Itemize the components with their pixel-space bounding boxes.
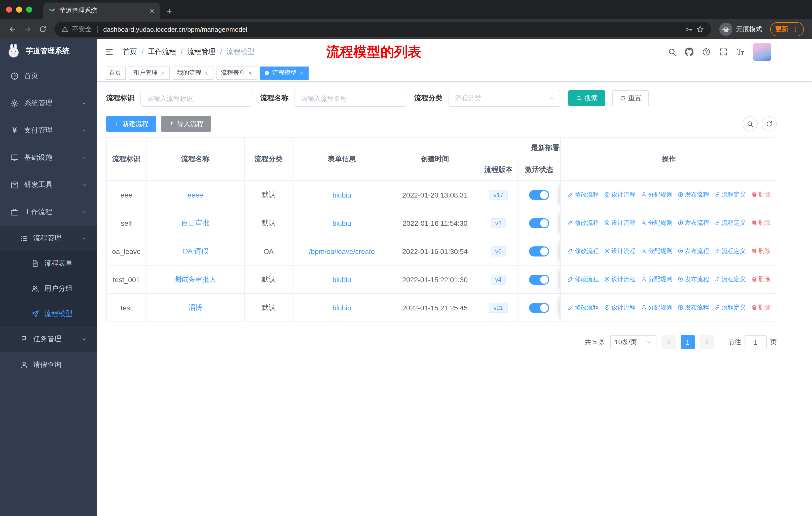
process-key-input[interactable]	[141, 90, 252, 107]
op-design-link[interactable]: 设计流程	[604, 247, 636, 255]
form-info-link[interactable]: biubiu	[332, 275, 351, 283]
window-minimize-button[interactable]	[16, 6, 22, 12]
github-icon[interactable]	[685, 47, 694, 56]
sidebar-item-user-group[interactable]: 用户分组	[0, 276, 97, 301]
tag-close-icon[interactable]	[299, 70, 304, 75]
breadcrumb-workflow[interactable]: 工作流程	[148, 47, 176, 56]
op-edit-link[interactable]: 修改流程	[567, 303, 599, 312]
reset-button[interactable]: 重置	[612, 90, 649, 106]
process-name-link[interactable]: 测试多审批人	[174, 275, 216, 283]
window-zoom-button[interactable]	[26, 6, 32, 12]
bookmark-star-icon[interactable]	[696, 25, 704, 33]
new-tab-button[interactable]	[166, 8, 173, 15]
refresh-table-button[interactable]	[762, 116, 777, 132]
op-publish-link[interactable]: 发布流程	[677, 247, 709, 255]
page-number-button[interactable]: 1	[680, 335, 695, 349]
process-name-link[interactable]: 滔博	[188, 303, 202, 311]
sidebar-item-payment[interactable]: ¥ 支付管理	[0, 117, 97, 144]
sidebar-item-workflow[interactable]: 工作流程	[0, 198, 97, 226]
form-info-link[interactable]: /bpm/oa/leave/create	[309, 247, 375, 255]
op-delete-link[interactable]: 删除	[751, 190, 771, 199]
prev-page-button[interactable]	[662, 335, 675, 349]
process-name-link[interactable]: eeee	[187, 191, 203, 199]
version-tag[interactable]: v17	[489, 190, 508, 200]
category-select[interactable]: 流程分类	[448, 90, 560, 107]
op-delete-link[interactable]: 删除	[751, 303, 771, 312]
window-close-button[interactable]	[6, 6, 12, 12]
sidebar-item-process-model[interactable]: 流程模型	[0, 301, 97, 327]
next-page-button[interactable]	[700, 335, 714, 349]
tag-tenant[interactable]: 租户管理	[129, 66, 170, 79]
sidebar-item-process-mgmt[interactable]: 流程管理	[0, 226, 97, 251]
sidebar-logo[interactable]: 芋道管理系统	[0, 39, 97, 62]
op-assign-link[interactable]: 分配规则	[641, 303, 672, 312]
tab-close-icon[interactable]	[149, 8, 155, 14]
forward-button[interactable]	[20, 22, 35, 37]
form-info-link[interactable]: biubiu	[332, 219, 351, 227]
page-size-select[interactable]: 10条/页	[610, 335, 657, 349]
help-icon[interactable]	[702, 47, 711, 56]
active-toggle[interactable]	[529, 303, 549, 313]
op-delete-link[interactable]: 删除	[751, 247, 771, 255]
url-text[interactable]: dashboard.yudao.iocoder.cn/bpm/manager/m…	[103, 25, 681, 33]
toggle-search-button[interactable]	[743, 116, 758, 132]
version-tag[interactable]: v2	[491, 218, 506, 228]
search-button[interactable]: 搜索	[568, 90, 605, 106]
op-assign-link[interactable]: 分配规则	[641, 247, 672, 255]
op-edit-link[interactable]: 修改流程	[567, 219, 599, 227]
chrome-update-button[interactable]: 更新	[770, 22, 804, 36]
tag-home[interactable]: 首页	[105, 66, 126, 79]
process-name-link[interactable]: 自己审批	[181, 218, 209, 226]
font-size-icon[interactable]	[736, 47, 745, 56]
op-delete-link[interactable]: 删除	[751, 275, 771, 284]
breadcrumb-process-mgmt[interactable]: 流程管理	[187, 47, 215, 56]
active-toggle[interactable]	[529, 218, 549, 228]
tag-close-icon[interactable]	[204, 70, 209, 75]
form-info-link[interactable]: biubiu	[332, 191, 351, 199]
reload-button[interactable]	[35, 22, 50, 37]
sidebar-item-leave-query[interactable]: 请假查询	[0, 352, 97, 378]
op-delete-link[interactable]: 删除	[751, 219, 771, 227]
op-definition-link[interactable]: 流程定义	[714, 190, 746, 199]
sidebar-item-system[interactable]: 系统管理	[0, 90, 97, 117]
tag-close-icon[interactable]	[248, 70, 253, 75]
op-publish-link[interactable]: 发布流程	[677, 303, 709, 312]
op-assign-link[interactable]: 分配规则	[641, 190, 672, 199]
browser-tab[interactable]: 芋道管理系统	[43, 2, 160, 19]
process-name-link[interactable]: OA 请假	[182, 247, 208, 255]
op-design-link[interactable]: 设计流程	[604, 303, 636, 312]
op-design-link[interactable]: 设计流程	[604, 219, 636, 227]
op-definition-link[interactable]: 流程定义	[714, 275, 746, 284]
version-tag[interactable]: v5	[491, 246, 506, 256]
version-tag[interactable]: v4	[491, 274, 506, 284]
kebab-menu-icon[interactable]	[792, 26, 799, 33]
form-info-link[interactable]: biubiu	[332, 304, 351, 312]
op-design-link[interactable]: 设计流程	[604, 190, 636, 199]
breadcrumb-home[interactable]: 首页	[123, 47, 137, 56]
op-assign-link[interactable]: 分配规则	[641, 275, 672, 284]
sidebar-item-process-form[interactable]: 流程表单	[0, 251, 97, 276]
op-definition-link[interactable]: 流程定义	[714, 247, 746, 255]
sidebar-item-task-mgmt[interactable]: 任务管理	[0, 327, 97, 352]
address-bar[interactable]: 不安全 dashboard.yudao.iocoder.cn/bpm/manag…	[54, 22, 711, 37]
sidebar-item-home[interactable]: 首页	[0, 62, 97, 90]
op-design-link[interactable]: 设计流程	[604, 275, 636, 284]
op-edit-link[interactable]: 修改流程	[567, 247, 599, 255]
import-process-button[interactable]: 导入流程	[161, 116, 211, 132]
active-toggle[interactable]	[529, 274, 549, 284]
op-assign-link[interactable]: 分配规则	[641, 219, 672, 227]
create-process-button[interactable]: 新建流程	[106, 116, 156, 132]
op-definition-link[interactable]: 流程定义	[714, 303, 746, 312]
op-definition-link[interactable]: 流程定义	[714, 219, 746, 227]
sidebar-item-infra[interactable]: 基础设施	[0, 144, 97, 171]
sidebar-collapse-icon[interactable]	[105, 47, 114, 56]
tag-close-icon[interactable]	[160, 70, 165, 75]
op-publish-link[interactable]: 发布流程	[677, 275, 709, 284]
sidebar-item-devtools[interactable]: 研发工具	[0, 171, 97, 198]
op-edit-link[interactable]: 修改流程	[567, 275, 599, 284]
process-name-input[interactable]	[294, 90, 406, 107]
password-key-icon[interactable]	[685, 25, 693, 33]
user-avatar[interactable]	[753, 43, 771, 61]
fullscreen-icon[interactable]	[719, 47, 728, 56]
op-publish-link[interactable]: 发布流程	[677, 190, 709, 199]
